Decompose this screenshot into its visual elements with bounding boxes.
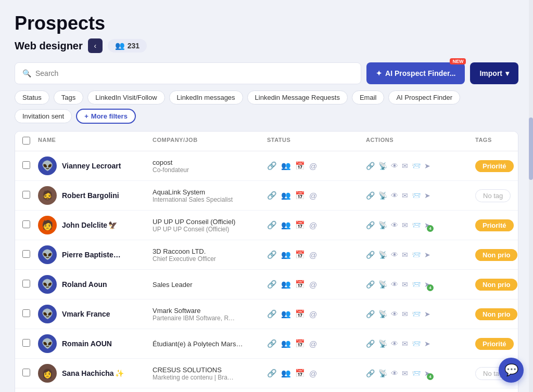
tag-badge[interactable]: Non prio: [475, 249, 517, 261]
filter-email[interactable]: Email: [352, 90, 385, 104]
link-status-icon[interactable]: 🔗: [267, 339, 277, 348]
link-action-icon[interactable]: 🔗: [366, 251, 375, 259]
calendar-status-icon[interactable]: 📅: [295, 250, 305, 259]
row-checkbox-cell[interactable]: [22, 191, 38, 201]
link-action-icon[interactable]: 🔗: [366, 369, 375, 377]
inbox-action-icon[interactable]: 📨: [412, 191, 421, 200]
chat-fab-button[interactable]: 💬: [499, 358, 524, 383]
eye-action-icon[interactable]: 👁: [391, 369, 398, 377]
tag-badge[interactable]: Non prio: [475, 279, 517, 291]
row-checkbox[interactable]: [22, 369, 30, 376]
calendar-status-icon[interactable]: 📅: [295, 280, 305, 289]
email-status-icon[interactable]: @: [309, 339, 317, 348]
email-status-icon[interactable]: @: [309, 280, 317, 289]
eye-action-icon[interactable]: 👁: [391, 310, 398, 318]
calendar-status-icon[interactable]: 📅: [295, 161, 305, 171]
eye-action-icon[interactable]: 👁: [391, 191, 398, 200]
inbox-action-icon[interactable]: 📨: [412, 280, 421, 289]
link-action-icon[interactable]: 🔗: [366, 339, 375, 348]
email-status-icon[interactable]: @: [309, 369, 317, 378]
email-status-icon[interactable]: @: [309, 162, 317, 171]
tag-badge[interactable]: Priorité: [475, 338, 514, 350]
link-status-icon[interactable]: 🔗: [267, 280, 277, 289]
select-all-checkbox[interactable]: [22, 137, 30, 145]
send-action-icon[interactable]: ➤: [424, 310, 430, 318]
tag-badge[interactable]: Priorité: [475, 160, 514, 172]
mail-action-icon[interactable]: ✉: [402, 280, 408, 289]
calendar-status-icon[interactable]: 📅: [295, 309, 305, 319]
back-button[interactable]: ‹: [88, 38, 103, 53]
email-status-icon[interactable]: @: [309, 221, 317, 230]
email-status-icon[interactable]: @: [309, 310, 317, 319]
filter-linkedin-messages[interactable]: LinkedIn messages: [169, 90, 243, 104]
row-checkbox-cell[interactable]: [22, 220, 38, 230]
group-status-icon[interactable]: 👥: [281, 309, 291, 319]
row-checkbox[interactable]: [22, 339, 30, 347]
rss-action-icon[interactable]: 📡: [378, 310, 387, 318]
mail-action-icon[interactable]: ✉: [402, 162, 408, 170]
more-filters-button[interactable]: + More filters: [76, 109, 136, 124]
group-status-icon[interactable]: 👥: [281, 369, 291, 378]
row-checkbox-cell[interactable]: [22, 250, 38, 260]
send-action-icon[interactable]: ➤: [424, 339, 430, 348]
ai-prospect-finder-button[interactable]: ✦ AI Prospect Finder... NEW: [366, 62, 465, 84]
row-checkbox-cell[interactable]: [22, 309, 38, 319]
search-input[interactable]: [35, 69, 353, 77]
row-checkbox[interactable]: [22, 309, 30, 317]
group-status-icon[interactable]: 👥: [281, 339, 291, 348]
row-checkbox[interactable]: [22, 191, 30, 199]
row-checkbox-cell[interactable]: [22, 369, 38, 378]
link-action-icon[interactable]: 🔗: [366, 162, 375, 170]
row-checkbox-cell[interactable]: [22, 280, 38, 290]
link-action-icon[interactable]: 🔗: [366, 280, 375, 289]
inbox-action-icon[interactable]: 📨: [412, 162, 421, 170]
eye-action-icon[interactable]: 👁: [391, 280, 398, 289]
email-status-icon[interactable]: @: [309, 251, 317, 259]
eye-action-icon[interactable]: 👁: [391, 221, 398, 229]
row-checkbox[interactable]: [22, 280, 30, 288]
group-status-icon[interactable]: 👥: [281, 250, 291, 259]
link-status-icon[interactable]: 🔗: [267, 369, 277, 378]
inbox-action-icon[interactable]: 📨: [412, 369, 421, 377]
send-action-icon[interactable]: ➤: [424, 162, 430, 170]
rss-action-icon[interactable]: 📡: [378, 191, 387, 200]
filter-linkedin-visit[interactable]: LinkedIn Visit/Follow: [87, 90, 164, 104]
row-checkbox[interactable]: [22, 220, 30, 228]
rss-action-icon[interactable]: 📡: [378, 280, 387, 289]
filter-linkedin-message-requests[interactable]: Linkedin Message Requests: [247, 90, 348, 104]
import-button[interactable]: Import ▾: [470, 62, 518, 84]
mail-action-icon[interactable]: ✉: [402, 191, 408, 200]
link-action-icon[interactable]: 🔗: [366, 221, 375, 229]
link-action-icon[interactable]: 🔗: [366, 310, 375, 318]
eye-action-icon[interactable]: 👁: [391, 339, 398, 348]
rss-action-icon[interactable]: 📡: [378, 339, 387, 348]
mail-action-icon[interactable]: ✉: [402, 339, 408, 348]
row-checkbox[interactable]: [22, 250, 30, 258]
inbox-action-icon[interactable]: 📨: [412, 339, 421, 348]
group-status-icon[interactable]: 👥: [281, 280, 291, 289]
inbox-action-icon[interactable]: 📨: [412, 221, 421, 229]
eye-action-icon[interactable]: 👁: [391, 162, 398, 170]
rss-action-icon[interactable]: 📡: [378, 369, 387, 377]
calendar-status-icon[interactable]: 📅: [295, 191, 305, 200]
tag-badge[interactable]: Non prio: [475, 308, 517, 320]
inbox-action-icon[interactable]: 📨: [412, 251, 421, 259]
col-select-all[interactable]: [22, 137, 38, 146]
link-status-icon[interactable]: 🔗: [267, 250, 277, 259]
filter-tags[interactable]: Tags: [54, 90, 83, 104]
row-checkbox-cell[interactable]: [22, 339, 38, 349]
filter-status[interactable]: Status: [15, 90, 49, 104]
tag-badge[interactable]: No tag: [475, 189, 511, 202]
send-action-icon[interactable]: ➤: [424, 191, 430, 200]
eye-action-icon[interactable]: 👁: [391, 251, 398, 259]
mail-action-icon[interactable]: ✉: [402, 369, 408, 377]
rss-action-icon[interactable]: 📡: [378, 221, 387, 229]
link-status-icon[interactable]: 🔗: [267, 309, 277, 319]
row-checkbox[interactable]: [22, 161, 30, 169]
rss-action-icon[interactable]: 📡: [378, 251, 387, 259]
scrollbar-thumb[interactable]: [529, 117, 533, 180]
send-action-icon[interactable]: ➤: [424, 251, 430, 259]
filter-ai-prospect[interactable]: AI Prospect Finder: [388, 90, 460, 104]
group-status-icon[interactable]: 👥: [281, 161, 291, 171]
rss-action-icon[interactable]: 📡: [378, 162, 387, 170]
